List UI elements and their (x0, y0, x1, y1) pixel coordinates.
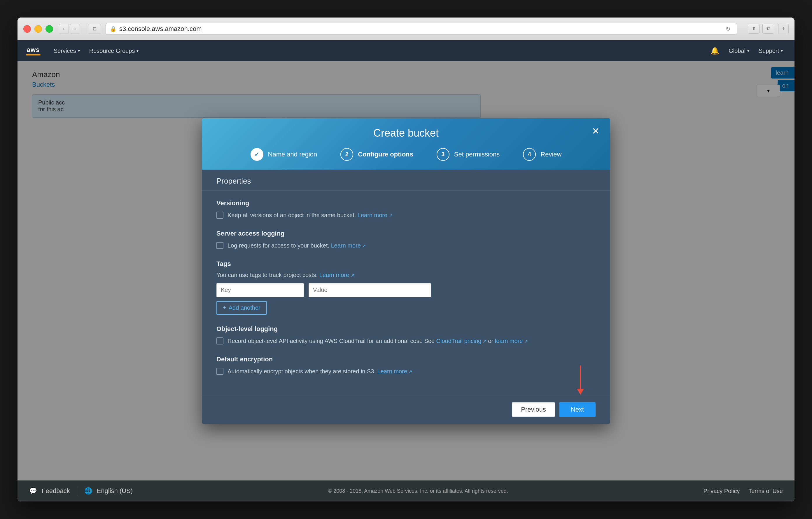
tag-key-input[interactable] (216, 283, 304, 297)
new-tab-button[interactable]: + (778, 24, 789, 34)
next-button[interactable]: Next (559, 402, 596, 417)
forward-button[interactable]: › (70, 24, 80, 34)
versioning-checkbox-row: Keep all versions of an object in the sa… (216, 211, 596, 219)
tag-value-input[interactable] (309, 283, 431, 297)
aws-logo[interactable]: aws (25, 45, 42, 57)
minimize-button[interactable] (34, 25, 42, 33)
privacy-policy-link[interactable]: Privacy Policy (703, 488, 740, 494)
logging-learn-more-link[interactable]: Learn more (331, 242, 366, 249)
previous-button[interactable]: Previous (512, 402, 555, 417)
terms-of-use-link[interactable]: Terms of Use (748, 488, 783, 494)
modal-title: Create bucket (373, 127, 439, 139)
mac-window: ‹ › ⊡ 🔒 s3.console.aws.amazon.com ↻ ⬆ ⧉ … (18, 18, 794, 501)
tags-title: Tags (216, 260, 596, 268)
address-bar[interactable]: 🔒 s3.console.aws.amazon.com ↻ (106, 23, 737, 35)
wizard-step-1: ✓ Name and region (251, 148, 317, 161)
browser-content: Amazon Buckets Public acc for this ac le… (18, 61, 794, 481)
close-button[interactable] (23, 25, 31, 33)
url-text: s3.console.aws.amazon.com (119, 25, 202, 33)
arrow-head (577, 389, 584, 395)
refresh-button[interactable]: ↻ (723, 24, 733, 34)
modal-close-button[interactable]: ✕ (590, 125, 602, 137)
modal-footer: Previous Next (202, 395, 610, 424)
step-2-circle: 2 (340, 148, 353, 161)
versioning-label: Keep all versions of an object in the sa… (228, 211, 393, 219)
modal-backdrop: Create bucket ✕ ✓ Name and region 2 (18, 61, 794, 481)
step-3-label: Set permissions (454, 151, 500, 158)
modal-content: Versioning Keep all versions of an objec… (202, 191, 610, 395)
add-another-icon: + (223, 304, 226, 311)
resource-groups-label: Resource Groups (89, 48, 135, 54)
services-chevron-icon: ▾ (78, 49, 80, 53)
properties-header: Properties (202, 170, 610, 191)
tab-overview-button[interactable]: ⧉ (762, 24, 774, 33)
versioning-checkbox[interactable] (216, 212, 224, 219)
encryption-checkbox[interactable] (216, 368, 224, 375)
object-logging-label: Record object-level API activity using A… (228, 337, 528, 345)
wizard-step-4[interactable]: 4 Review (523, 148, 561, 161)
tags-section: Tags You can use tags to track project c… (216, 260, 596, 315)
language-label[interactable]: English (US) (97, 487, 133, 495)
aws-nav: aws Services ▾ Resource Groups ▾ 🔔 Globa… (18, 40, 794, 61)
separator (77, 487, 77, 495)
support-nav-item[interactable]: Support ▾ (754, 40, 787, 61)
logging-checkbox[interactable] (216, 242, 224, 249)
nav-buttons: ‹ › (59, 24, 80, 34)
reader-button[interactable]: ⊡ (88, 24, 101, 34)
fullscreen-button[interactable] (46, 25, 53, 33)
bottom-bar: 💬 Feedback 🌐 English (US) © 2008 - 2018,… (18, 481, 794, 501)
resource-groups-nav-item[interactable]: Resource Groups ▾ (85, 40, 144, 61)
server-access-logging-title: Server access logging (216, 230, 596, 237)
step-3-circle: 3 (437, 148, 450, 161)
wizard-step-3[interactable]: 3 Set permissions (437, 148, 500, 161)
tags-input-row (216, 283, 596, 297)
step-1-label: Name and region (268, 151, 317, 158)
encryption-label: Automatically encrypt objects when they … (228, 367, 412, 375)
object-level-logging-section: Object-level logging Record object-level… (216, 325, 596, 345)
versioning-title: Versioning (216, 199, 596, 207)
add-another-label: Add another (229, 304, 260, 311)
cloudtrail-pricing-link[interactable]: CloudTrail pricing (436, 338, 487, 344)
footer-links: Privacy Policy Terms of Use (703, 488, 783, 494)
global-chevron-icon: ▾ (747, 49, 749, 53)
server-access-logging-section: Server access logging Log requests for a… (216, 230, 596, 250)
add-another-button[interactable]: + Add another (216, 301, 267, 315)
support-chevron-icon: ▾ (781, 49, 783, 53)
feedback-chat-icon: 💬 (29, 487, 37, 495)
resource-groups-chevron-icon: ▾ (137, 49, 139, 53)
tags-description: You can use tags to track project costs.… (216, 272, 596, 278)
back-button[interactable]: ‹ (59, 24, 69, 34)
wizard-step-2[interactable]: 2 Configure options (340, 148, 413, 161)
versioning-learn-more-link[interactable]: Learn more (357, 212, 393, 218)
arrow-line (580, 365, 581, 389)
encryption-checkbox-row: Automatically encrypt objects when they … (216, 367, 596, 375)
global-nav-item[interactable]: Global ▾ (724, 40, 754, 61)
traffic-lights (23, 25, 53, 33)
copyright-text: © 2008 - 2018, Amazon Web Services, Inc.… (133, 488, 703, 494)
wizard-steps: ✓ Name and region 2 Configure options 3 … (216, 148, 596, 161)
lock-icon: 🔒 (110, 26, 116, 32)
red-arrow-indicator (577, 365, 584, 395)
share-button[interactable]: ⬆ (748, 24, 759, 33)
feedback-label[interactable]: Feedback (42, 487, 70, 495)
step-4-label: Review (541, 151, 561, 158)
step-4-circle: 4 (523, 148, 536, 161)
step-1-circle: ✓ (251, 148, 263, 161)
properties-title: Properties (216, 176, 596, 186)
default-encryption-title: Default encryption (216, 356, 596, 363)
object-logging-checkbox[interactable] (216, 337, 224, 345)
create-bucket-modal: Create bucket ✕ ✓ Name and region 2 (202, 118, 610, 424)
logging-label: Log requests for access to your bucket. … (228, 241, 366, 250)
title-bar: ‹ › ⊡ 🔒 s3.console.aws.amazon.com ↻ ⬆ ⧉ … (18, 18, 794, 40)
notifications-bell-icon[interactable]: 🔔 (706, 47, 724, 55)
services-label: Services (54, 48, 76, 54)
object-logging-checkbox-row: Record object-level API activity using A… (216, 337, 596, 345)
tags-learn-more-link[interactable]: Learn more (319, 272, 354, 278)
services-nav-item[interactable]: Services ▾ (49, 40, 85, 61)
default-encryption-section: Default encryption Automatically encrypt… (216, 356, 596, 375)
versioning-section: Versioning Keep all versions of an objec… (216, 199, 596, 219)
modal-header: Create bucket ✕ ✓ Name and region 2 (202, 118, 610, 170)
object-logging-learn-more-link[interactable]: learn more (495, 338, 528, 344)
logging-checkbox-row: Log requests for access to your bucket. … (216, 241, 596, 250)
encryption-learn-more-link[interactable]: Learn more (377, 368, 412, 375)
